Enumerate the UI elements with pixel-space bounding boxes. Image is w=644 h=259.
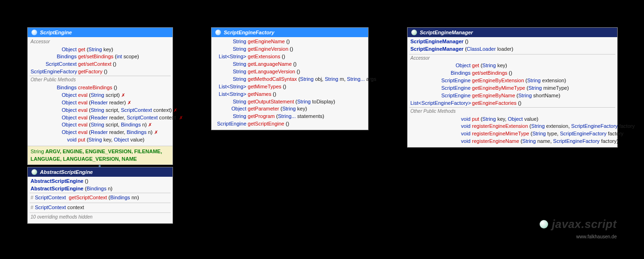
hidden-note: 10 overriding methods hidden	[30, 212, 171, 222]
class-icon	[411, 30, 417, 35]
credit: www.falkhausen.de	[576, 234, 617, 239]
title: ScriptEngineFactory	[224, 30, 275, 35]
member-row: Object eval (Reader reader) ✗	[30, 99, 171, 107]
member-row: ScriptEngine getEngineByName (String sho…	[409, 92, 615, 100]
constants-block: String ARGV, ENGINE, ENGINE_VERSION, FIL…	[28, 146, 173, 165]
ctor-list: ScriptEngineManager ()ScriptEngineManage…	[409, 38, 615, 53]
class-scriptenginemanager: ScriptEngineManager ScriptEngineManager …	[407, 27, 618, 148]
method-params: (Bindings nn)	[109, 195, 139, 200]
member-row: String getLanguageName ()	[213, 61, 366, 68]
protected-field: # ScriptContext context	[30, 203, 171, 212]
section-accessor: Accessor	[409, 54, 615, 63]
member-row: List<ScriptEngineFactory> getEngineFacto…	[409, 100, 615, 107]
interface-icon	[31, 30, 37, 35]
member-row: Object eval (String script) ✗	[30, 92, 171, 99]
member-row: Object eval (Reader reader, ScriptContex…	[30, 114, 171, 122]
method-list: Bindings createBindings ()Object eval (S…	[30, 84, 171, 144]
member-row: String getProgram (String... statements)	[213, 113, 366, 120]
member-row: String getMethodCallSyntax (String obj, …	[213, 76, 366, 83]
section-accessor: Accessor	[30, 38, 171, 46]
constructor-row: AbstractScriptEngine (Bindings n)	[30, 185, 171, 193]
member-row: Object eval (String script, Bindings n) …	[30, 121, 171, 129]
interface-scriptenginefactory: ScriptEngineFactory String getEngineName…	[211, 27, 369, 130]
member-row: void registerEngineName (String name, Sc…	[409, 138, 615, 145]
member-row: Bindings get/setBindings ()	[409, 70, 615, 77]
header-abstractscriptengine: AbstractScriptEngine	[28, 167, 173, 177]
member-row: String getEngineName ()	[213, 38, 366, 46]
package-name: javax.script	[552, 218, 617, 231]
header-scriptenginefactory: ScriptEngineFactory	[212, 28, 368, 37]
member-row: Bindings createBindings ()	[30, 84, 171, 92]
member-row: Object getParameter (String key)	[213, 105, 366, 113]
member-row: void put (String key, Object value)	[30, 136, 171, 144]
member-row: ScriptContext get/setContext ()	[30, 61, 171, 68]
member-row: ScriptEngine getEngineByMimeType (String…	[409, 85, 615, 92]
constructor-row: ScriptEngineManager (ClassLoader loader)	[409, 46, 615, 53]
member-row: void put (String key, Object value)	[409, 116, 615, 123]
method-list: void put (String key, Object value)void …	[409, 116, 615, 146]
member-row: List<String> getExtensions ()	[213, 53, 366, 61]
ctor-list: AbstractScriptEngine ()AbstractScriptEng…	[30, 178, 171, 193]
header-scriptenginemanager: ScriptEngineManager	[408, 28, 617, 37]
member-row: List<String> getMimeTypes ()	[213, 83, 366, 91]
package-badge: javax.script	[540, 218, 617, 231]
interface-scriptengine: ScriptEngine Accessor Object get (String…	[27, 27, 173, 165]
member-row: ScriptEngineFactory getFactory ()	[30, 68, 171, 76]
title: AbstractScriptEngine	[40, 169, 93, 175]
member-row: Bindings get/setBindings (int scope)	[30, 53, 171, 61]
constructor-row: ScriptEngineManager ()	[409, 38, 615, 46]
member-row: String getOutputStatement (String toDisp…	[213, 98, 366, 106]
class-abstractscriptengine: AbstractScriptEngine AbstractScriptEngin…	[27, 167, 173, 224]
member-row: Object get (String key)	[409, 62, 615, 70]
interface-icon	[215, 30, 221, 35]
member-row: void registerEngineMimeType (String type…	[409, 130, 615, 138]
package-icon	[540, 220, 548, 228]
class-icon	[31, 169, 37, 175]
member-row: Object get (String key)	[30, 46, 171, 54]
protected-method: # ScriptContext getScriptContext (Bindin…	[30, 193, 171, 203]
member-row: String getEngineVersion ()	[213, 46, 366, 53]
member-row: Object eval (Reader reader, Bindings n) …	[30, 129, 171, 136]
member-row: Object eval (String script, ScriptContex…	[30, 107, 171, 114]
title: ScriptEngine	[40, 30, 72, 35]
member-row: List<String> getNames ()	[213, 91, 366, 98]
member-row: void registerEngineExtension (String ext…	[409, 123, 615, 130]
member-row: String getLanguageVersion ()	[213, 68, 366, 76]
method-list: String getEngineName ()String getEngineV…	[213, 38, 366, 128]
title: ScriptEngineManager	[420, 30, 473, 35]
member-row: ScriptEngine getEngineByExtension (Strin…	[409, 77, 615, 85]
section-other: Other Public Methods	[30, 76, 171, 84]
constructor-row: AbstractScriptEngine ()	[30, 178, 171, 185]
section-other: Other Public Methods	[409, 107, 615, 116]
member-row: ScriptEngine getScriptEngine ()	[213, 120, 366, 128]
header-scriptengine: ScriptEngine	[28, 28, 173, 37]
accessor-list: Object get (String key)Bindings get/setB…	[30, 46, 171, 76]
accessor-list: Object get (String key)Bindings get/setB…	[409, 62, 615, 107]
